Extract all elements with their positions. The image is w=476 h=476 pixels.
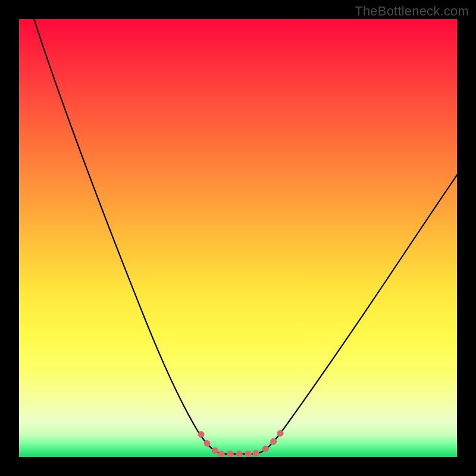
watermark-text: TheBottleneck.com [355, 4, 469, 19]
plot-area [19, 19, 457, 457]
bottleneck-curve-line [32, 19, 457, 454]
optimal-zone-dots-left [201, 434, 221, 453]
optimal-zone-dots-right [256, 433, 281, 453]
chart-frame: TheBottleneck.com [0, 0, 476, 476]
bottleneck-curve-svg [19, 19, 457, 457]
